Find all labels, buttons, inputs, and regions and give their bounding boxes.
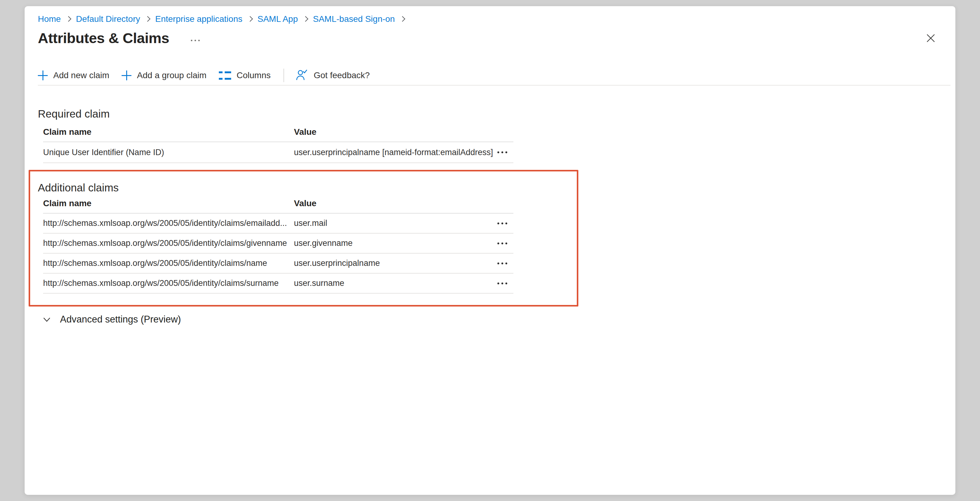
breadcrumb-item-saml-based-sign-on[interactable]: SAML-based Sign-on	[313, 14, 395, 24]
table-row[interactable]: http://schemas.xmlsoap.org/ws/2005/05/id…	[43, 213, 513, 234]
command-bar: Add new claim Add a group claim Columns …	[38, 67, 382, 84]
panel-context-menu-button[interactable]	[188, 37, 202, 44]
ellipsis-icon	[497, 283, 499, 284]
claim-name-cell: http://schemas.xmlsoap.org/ws/2005/05/id…	[43, 239, 294, 248]
row-context-menu-button[interactable]	[496, 259, 509, 267]
breadcrumb: Home Default Directory Enterprise applic…	[38, 14, 410, 24]
got-feedback-button[interactable]: Got feedback?	[295, 69, 370, 82]
table-row[interactable]: http://schemas.xmlsoap.org/ws/2005/05/id…	[43, 274, 513, 294]
ellipsis-icon	[497, 242, 499, 244]
value-cell: user.givenname	[294, 239, 496, 248]
value-cell: user.userprincipalname	[294, 259, 496, 268]
required-claim-section: Required claim Claim name Value Unique U…	[38, 108, 519, 163]
add-new-claim-label: Add new claim	[53, 70, 109, 80]
chevron-right-icon	[304, 14, 307, 24]
row-context-menu-button[interactable]	[496, 239, 509, 247]
plus-icon	[38, 70, 48, 80]
breadcrumb-item-saml-app[interactable]: SAML App	[258, 14, 298, 24]
additional-claims-table: Claim name Value http://schemas.xmlsoap.…	[43, 194, 513, 294]
claim-name-cell: Unique User Identifier (Name ID)	[43, 148, 294, 157]
add-group-claim-label: Add a group claim	[137, 70, 207, 80]
chevron-right-icon	[67, 14, 70, 24]
breadcrumb-item-default-directory[interactable]: Default Directory	[76, 14, 140, 24]
breadcrumb-item-enterprise-applications[interactable]: Enterprise applications	[155, 14, 242, 24]
required-claim-heading: Required claim	[38, 108, 519, 120]
table-header-row: Claim name Value	[43, 122, 513, 142]
value-cell: user.mail	[294, 218, 496, 228]
breadcrumb-item-home[interactable]: Home	[38, 14, 61, 24]
add-new-claim-button[interactable]: Add new claim	[38, 70, 109, 80]
ellipsis-icon	[497, 223, 499, 224]
row-context-menu-button[interactable]	[496, 148, 509, 156]
chevron-right-icon	[401, 14, 404, 24]
value-cell: user.surname	[294, 278, 496, 288]
value-column-header: Value	[294, 127, 513, 137]
command-bar-divider	[38, 85, 950, 86]
claim-name-cell: http://schemas.xmlsoap.org/ws/2005/05/id…	[43, 218, 294, 228]
toolbar-divider	[283, 68, 284, 82]
close-button[interactable]	[923, 31, 938, 46]
chevron-right-icon	[146, 14, 150, 24]
got-feedback-label: Got feedback?	[313, 70, 370, 80]
claim-name-column-header: Claim name	[43, 127, 294, 137]
table-row[interactable]: http://schemas.xmlsoap.org/ws/2005/05/id…	[43, 234, 513, 254]
additional-claims-section: Additional claims Claim name Value http:…	[38, 181, 519, 294]
table-row[interactable]: Unique User Identifier (Name ID) user.us…	[43, 142, 513, 163]
advanced-settings-label: Advanced settings (Preview)	[60, 314, 181, 325]
chevron-right-icon	[248, 14, 252, 24]
columns-button[interactable]: Columns	[219, 70, 270, 80]
page-title: Attributes & Claims	[38, 30, 169, 46]
close-icon	[926, 33, 935, 43]
add-group-claim-button[interactable]: Add a group claim	[122, 70, 207, 80]
table-row[interactable]: http://schemas.xmlsoap.org/ws/2005/05/id…	[43, 254, 513, 274]
claim-name-cell: http://schemas.xmlsoap.org/ws/2005/05/id…	[43, 278, 294, 288]
ellipsis-icon	[191, 40, 192, 41]
claim-name-column-header: Claim name	[43, 199, 294, 208]
advanced-settings-toggle[interactable]: Advanced settings (Preview)	[42, 314, 181, 325]
value-cell: user.userprincipalname [nameid-format:em…	[294, 148, 496, 157]
additional-claims-heading: Additional claims	[38, 181, 519, 194]
row-context-menu-button[interactable]	[496, 280, 509, 288]
claim-name-cell: http://schemas.xmlsoap.org/ws/2005/05/id…	[43, 259, 294, 268]
columns-icon	[219, 72, 231, 80]
table-header-row: Claim name Value	[43, 194, 513, 213]
ellipsis-icon	[497, 262, 499, 264]
value-column-header: Value	[294, 199, 513, 208]
chevron-down-icon	[42, 315, 51, 324]
plus-icon	[122, 70, 131, 80]
attributes-claims-panel: Home Default Directory Enterprise applic…	[25, 6, 955, 495]
ellipsis-icon	[497, 151, 499, 153]
required-claim-table: Claim name Value Unique User Identifier …	[43, 122, 513, 163]
row-context-menu-button[interactable]	[496, 219, 509, 227]
columns-label: Columns	[237, 70, 270, 80]
page-header: Attributes & Claims	[38, 30, 202, 46]
feedback-person-icon	[295, 69, 308, 82]
